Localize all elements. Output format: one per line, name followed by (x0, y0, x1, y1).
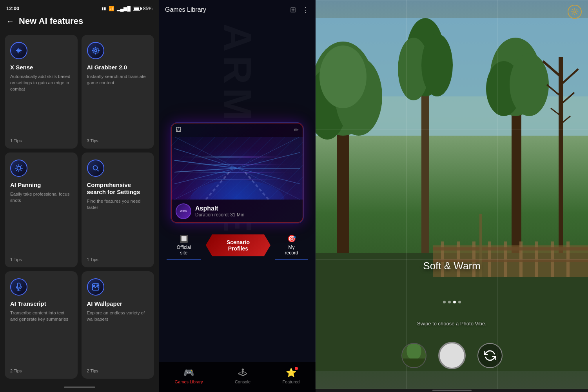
feature-card-settings-search[interactable]: Comprehensive search for Settings Find t… (82, 152, 154, 267)
ai-grabber-icon (87, 42, 104, 59)
feature-card-ai-grabber[interactable]: AI Grabber 2.0 Instantly search and tran… (82, 35, 154, 149)
status-bar: 12:00 ▮▮ 📶 ▂▄▆█ 85% (6, 5, 152, 15)
signal-icon: ▂▄▆█ (117, 6, 131, 11)
thumbnail-glow (171, 137, 303, 200)
settings-search-tips: 1 Tips (87, 257, 149, 262)
features-grid: X Sense Automatically add skills based o… (0, 31, 159, 383)
flip-icon (484, 349, 496, 362)
game-logo: UNITE (176, 203, 191, 219)
back-button[interactable]: ← (6, 17, 14, 26)
x-sense-name: X Sense (10, 64, 72, 71)
game-text-info: Asphalt Duration record: 31 Min (195, 205, 299, 218)
official-site-button[interactable]: 🔲 Official site (167, 231, 201, 260)
camera-flip-button[interactable] (477, 343, 503, 368)
wifi-icon: 📶 (109, 6, 114, 11)
camera-panel: Soft & Warm Swipe to choose a Photo Vibe… (316, 0, 588, 392)
svg-rect-0 (93, 48, 98, 53)
x-sense-tips: 1 Tips (10, 138, 72, 143)
svg-rect-61 (402, 359, 426, 368)
vibe-dot-4 (458, 301, 461, 303)
panel2-buttons: 🔲 Official site Scenario Profiles 🎯 My r… (167, 231, 308, 260)
game-card[interactable]: 🖼 ✏ (171, 122, 304, 223)
ai-transcript-desc: Transcribe content into text and generat… (10, 310, 72, 365)
vibe-dot-3 (453, 301, 456, 303)
gallery-thumbnail[interactable] (401, 343, 426, 368)
ai-panning-desc: Easily take professional focus shots (10, 191, 72, 253)
shutter-button[interactable] (438, 342, 466, 369)
panel2-main-content: 🖼 ✏ (159, 20, 316, 362)
game-logo-text: UNITE (180, 210, 187, 212)
svg-point-3 (93, 166, 97, 170)
console-icon: 🕹 (238, 368, 247, 378)
x-sense-icon (10, 42, 27, 59)
card-image-icon: 🖼 (176, 127, 181, 133)
panel2-header-icons: ⊞ ⋮ (290, 5, 309, 14)
scenario-profiles-label: Scenario Profiles (227, 239, 250, 252)
photo-display: Soft & Warm Swipe to choose a Photo Vibe… (316, 0, 588, 389)
panel1-scroll-indicator (0, 383, 159, 392)
ai-transcript-name: AI Transcript (10, 300, 72, 307)
ai-grabber-desc: Instantly search and translate game cont… (87, 73, 149, 134)
panel1-header: 12:00 ▮▮ 📶 ▂▄▆█ 85% ← New AI features (0, 0, 159, 31)
console-label: Console (235, 379, 250, 384)
my-record-button[interactable]: 🎯 My record (275, 231, 308, 260)
camera-options (401, 342, 503, 369)
ai-grabber-tips: 3 Tips (87, 138, 149, 143)
ai-features-panel: 12:00 ▮▮ 📶 ▂▄▆█ 85% ← New AI features (0, 0, 159, 392)
game-card-header: 🖼 ✏ (171, 123, 303, 137)
settings-search-icon (87, 160, 104, 177)
settings-search-desc: Find the features you need faster (87, 198, 149, 253)
game-info-bar: UNITE Asphalt Duration record: 31 Min (171, 200, 303, 223)
bottom-indicator-bar (432, 390, 472, 391)
panel2-title: Games Library (165, 6, 206, 13)
camera-settings-icon[interactable] (568, 5, 582, 19)
grid-overlay (316, 0, 588, 389)
status-time: 12:00 (6, 5, 19, 11)
ai-panning-tips: 1 Tips (10, 257, 72, 262)
featured-badge-dot (295, 367, 298, 370)
my-record-label: My record (281, 245, 301, 256)
feature-card-ai-panning[interactable]: AI Panning Easily take professional focu… (5, 152, 78, 267)
svg-point-22 (574, 11, 576, 13)
x-sense-desc: Automatically add skills based on settin… (10, 73, 72, 134)
ai-panning-name: AI Panning (10, 181, 72, 189)
panel2-bottom-nav: 🎮 Games Library 🕹 Console ⭐ Featured (159, 362, 316, 392)
nav-games-library[interactable]: 🎮 Games Library (167, 366, 211, 386)
feature-card-ai-transcript[interactable]: AI Transcript Transcribe content into te… (5, 271, 78, 379)
scenario-profiles-button[interactable]: Scenario Profiles (206, 234, 270, 256)
battery-pct: 85% (143, 6, 152, 11)
settings-search-name: Comprehensive search for Settings (87, 181, 149, 196)
game-duration: Duration record: 31 Min (195, 212, 299, 218)
photo-label: Soft & Warm (423, 260, 480, 272)
game-name: Asphalt (195, 205, 299, 212)
svg-point-1 (94, 49, 97, 52)
ai-grabber-name: AI Grabber 2.0 (87, 64, 149, 71)
grid-icon[interactable]: ⊞ (290, 5, 296, 14)
swipe-hint-text: Swipe to choose a Photo Vibe. (417, 321, 486, 327)
vibe-dot-2 (448, 301, 451, 303)
svg-point-2 (17, 167, 20, 170)
panel3-top-bar (568, 5, 582, 19)
games-library-icon: 🎮 (183, 368, 194, 378)
more-options-icon[interactable]: ⋮ (302, 5, 309, 14)
svg-point-5 (93, 285, 94, 286)
nav-row: ← New AI features (6, 15, 152, 28)
ai-panning-icon (10, 160, 27, 177)
panel3-bottom-bar (316, 389, 588, 392)
card-edit-icon[interactable]: ✏ (294, 127, 299, 133)
ai-wallpaper-desc: Explore an endless variety of wallpapers (87, 310, 149, 365)
featured-badge-wrapper: ⭐ (286, 368, 296, 378)
feature-card-x-sense[interactable]: X Sense Automatically add skills based o… (5, 35, 78, 149)
ai-transcript-tips: 2 Tips (10, 368, 72, 373)
featured-label: Featured (282, 379, 299, 384)
ai-wallpaper-icon (87, 278, 104, 296)
indicator-bar (64, 387, 95, 388)
feature-card-ai-wallpaper[interactable]: AI Wallpaper Explore an endless variety … (82, 271, 154, 379)
vibe-dot-1 (443, 301, 446, 303)
ai-transcript-icon (10, 278, 27, 296)
nav-featured[interactable]: ⭐ Featured (274, 366, 307, 386)
games-library-label: Games Library (175, 379, 203, 384)
nav-console[interactable]: 🕹 Console (227, 366, 258, 386)
my-record-icon: 🎯 (287, 234, 296, 243)
official-site-icon: 🔲 (180, 234, 188, 243)
